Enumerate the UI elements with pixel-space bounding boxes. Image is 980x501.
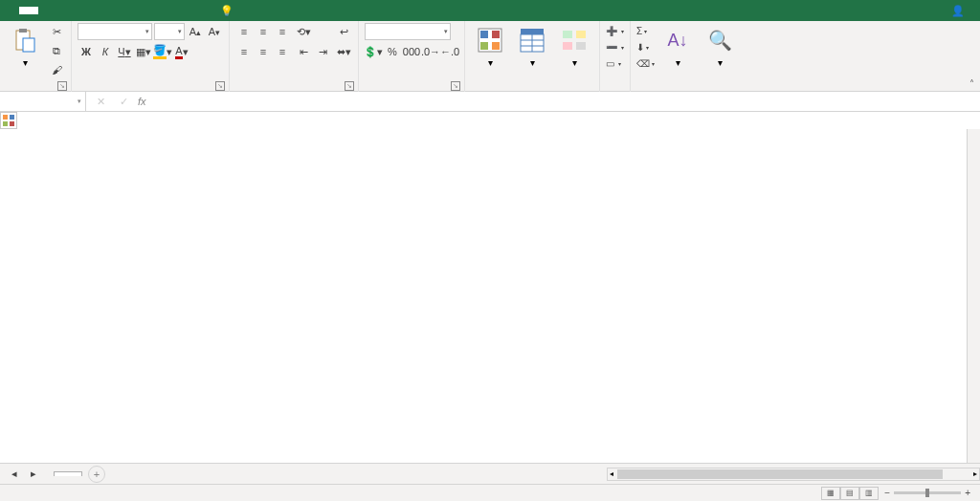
view-page-break-button[interactable]: ▥ bbox=[859, 487, 879, 500]
align-dialog-icon[interactable]: ↘ bbox=[345, 81, 354, 91]
cut-button[interactable]: ✂ bbox=[48, 23, 65, 40]
tab-data[interactable] bbox=[96, 7, 115, 14]
view-normal-button[interactable]: ▦ bbox=[821, 487, 840, 500]
vertical-scrollbar[interactable] bbox=[967, 129, 980, 463]
increase-decimal-button[interactable]: .0→ bbox=[422, 43, 439, 60]
sheet-nav-next[interactable]: ▸ bbox=[25, 466, 42, 483]
tab-powerpivot[interactable] bbox=[191, 7, 211, 14]
font-name-select[interactable]: ▾ bbox=[78, 23, 152, 40]
lightbulb-icon: 💡 bbox=[220, 5, 234, 17]
autosum-button[interactable]: Σ▾ bbox=[636, 23, 655, 38]
enter-formula-button[interactable]: ✓ bbox=[115, 93, 132, 110]
orientation-button[interactable]: ⟲▾ bbox=[295, 23, 312, 40]
svg-rect-19 bbox=[3, 121, 8, 126]
underline-button[interactable]: Ч ▾ bbox=[116, 43, 133, 60]
zoom-in-button[interactable]: + bbox=[965, 488, 970, 498]
align-center-button[interactable]: ≡ bbox=[255, 43, 272, 60]
zoom-control[interactable]: − + bbox=[884, 488, 974, 498]
align-middle-button[interactable]: ≡ bbox=[255, 23, 272, 40]
cell-styles-button[interactable]: ▾ bbox=[555, 23, 593, 70]
fill-color-button[interactable]: 🪣▾ bbox=[154, 43, 171, 60]
align-left-button[interactable]: ≡ bbox=[235, 43, 253, 60]
tab-pdfelement[interactable] bbox=[172, 7, 191, 14]
tab-view[interactable] bbox=[134, 7, 153, 14]
find-icon: 🔍 bbox=[704, 25, 735, 55]
share-button[interactable]: 👤 bbox=[940, 5, 980, 17]
decrease-indent-button[interactable]: ⇤ bbox=[295, 43, 312, 60]
tab-help[interactable] bbox=[153, 7, 172, 14]
clipboard-dialog-icon[interactable]: ↘ bbox=[57, 81, 67, 91]
tab-formulas[interactable] bbox=[77, 7, 96, 14]
svg-rect-14 bbox=[576, 31, 586, 38]
comma-format-button[interactable]: 000 bbox=[403, 43, 420, 60]
new-sheet-button[interactable]: + bbox=[88, 466, 105, 483]
sort-filter-button[interactable]: A↓ ▾ bbox=[658, 23, 697, 70]
number-format-select[interactable]: ▾ bbox=[365, 23, 451, 40]
decrease-font-button[interactable]: A▾ bbox=[206, 23, 223, 40]
align-bottom-button[interactable]: ≡ bbox=[274, 23, 291, 40]
sigma-icon: Σ bbox=[636, 26, 642, 36]
format-cells-button[interactable]: ▭▾ bbox=[606, 55, 624, 71]
cancel-formula-button[interactable]: ✕ bbox=[92, 93, 109, 110]
borders-button[interactable]: ▦▾ bbox=[135, 43, 152, 60]
paste-button[interactable]: ▾ bbox=[6, 23, 44, 70]
group-styles: ▾ ▾ ▾ bbox=[465, 21, 600, 92]
person-icon: 👤 bbox=[951, 5, 965, 17]
svg-rect-6 bbox=[480, 42, 488, 50]
tab-review[interactable] bbox=[115, 7, 134, 14]
delete-cells-icon: ➖ bbox=[606, 42, 617, 53]
worksheet-grid[interactable] bbox=[0, 112, 980, 448]
format-as-table-button[interactable]: ▾ bbox=[513, 23, 551, 70]
increase-font-button[interactable]: A▴ bbox=[187, 23, 204, 40]
accounting-format-button[interactable]: 💲▾ bbox=[365, 43, 382, 60]
fx-icon[interactable]: fx bbox=[138, 96, 146, 107]
tab-insert[interactable] bbox=[38, 7, 57, 14]
merge-center-button[interactable]: ⬌▾ bbox=[335, 43, 352, 60]
paste-icon bbox=[10, 25, 40, 55]
quick-analysis-button[interactable] bbox=[0, 112, 17, 129]
italic-button[interactable]: К bbox=[97, 43, 114, 60]
sheet-nav-prev[interactable]: ◂ bbox=[6, 466, 23, 483]
format-cells-icon: ▭ bbox=[606, 58, 614, 69]
increase-indent-button[interactable]: ⇥ bbox=[314, 43, 331, 60]
align-right-button[interactable]: ≡ bbox=[274, 43, 291, 60]
format-painter-button[interactable]: 🖌 bbox=[48, 61, 65, 78]
font-size-select[interactable]: ▾ bbox=[154, 23, 185, 40]
collapse-ribbon-button[interactable]: ˄ bbox=[969, 78, 974, 89]
tab-page-layout[interactable] bbox=[57, 7, 77, 14]
wrap-text-button[interactable]: ↩ bbox=[335, 23, 352, 40]
zoom-slider[interactable] bbox=[894, 491, 961, 494]
font-dialog-icon[interactable]: ↘ bbox=[215, 81, 225, 91]
tell-me[interactable]: 💡 bbox=[211, 1, 247, 21]
tab-file[interactable] bbox=[0, 7, 19, 14]
number-dialog-icon[interactable]: ↘ bbox=[451, 81, 460, 91]
conditional-formatting-button[interactable]: ▾ bbox=[471, 23, 509, 70]
svg-rect-7 bbox=[492, 42, 500, 50]
bold-button[interactable]: Ж bbox=[78, 43, 95, 60]
formula-input[interactable] bbox=[152, 96, 974, 107]
group-number: ▾ 💲▾ % 000 .0→ ←.0 ↘ bbox=[359, 21, 465, 92]
svg-rect-13 bbox=[563, 31, 572, 38]
font-color-button[interactable]: A▾ bbox=[173, 43, 190, 60]
svg-rect-5 bbox=[492, 31, 500, 38]
tab-home[interactable] bbox=[19, 7, 38, 14]
view-page-layout-button[interactable]: ▤ bbox=[840, 487, 859, 500]
delete-cells-button[interactable]: ➖▾ bbox=[606, 39, 624, 54]
svg-rect-2 bbox=[23, 38, 34, 52]
cond-fmt-icon bbox=[475, 25, 505, 55]
svg-rect-15 bbox=[563, 42, 572, 50]
name-box[interactable]: ▾ bbox=[0, 92, 86, 111]
copy-button[interactable]: ⧉ bbox=[48, 42, 65, 59]
sheet-tab[interactable] bbox=[54, 471, 82, 476]
find-select-button[interactable]: 🔍 ▾ bbox=[701, 23, 739, 70]
decrease-decimal-button[interactable]: ←.0 bbox=[441, 43, 458, 60]
clear-button[interactable]: ⌫▾ bbox=[636, 55, 655, 71]
percent-format-button[interactable]: % bbox=[384, 43, 401, 60]
zoom-out-button[interactable]: − bbox=[884, 488, 890, 498]
fill-button[interactable]: ⬇▾ bbox=[636, 39, 655, 54]
insert-cells-button[interactable]: ➕▾ bbox=[606, 23, 624, 38]
ribbon: ▾ ✂ ⧉ 🖌 ↘ ▾ ▾ A▴ A▾ Ж К Ч ▾ ▦▾ 🪣▾ bbox=[0, 21, 980, 92]
horizontal-scrollbar[interactable]: ◂▸ bbox=[607, 468, 980, 481]
status-bar: ▦ ▤ ▥ − + bbox=[0, 484, 980, 501]
align-top-button[interactable]: ≡ bbox=[235, 23, 253, 40]
